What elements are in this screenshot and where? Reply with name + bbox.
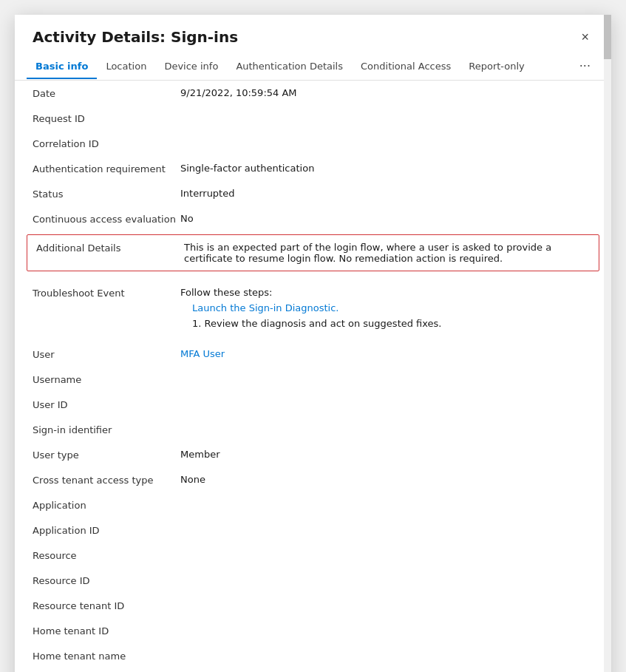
label-application-id: Application ID [33,524,180,536]
row-status: Status Interrupted [15,181,611,206]
label-request-id: Request ID [33,112,180,124]
row-resource-tenant-id: Resource tenant ID [15,593,611,618]
value-user[interactable]: MFA User [180,348,593,359]
label-resource: Resource [33,549,180,561]
label-auth-requirement: Authentication requirement [33,163,180,174]
troubleshoot-steps-title: Follow these steps: [180,287,593,298]
row-client-app: Client app [15,668,611,672]
value-additional-details: This is an expected part of the login fl… [184,242,590,264]
row-username: Username [15,367,611,392]
row-resource-id: Resource ID [15,568,611,593]
label-resource-tenant-id: Resource tenant ID [33,600,180,611]
label-resource-id: Resource ID [33,574,180,586]
spacer-2 [15,336,611,342]
label-user-type: User type [33,449,180,461]
row-cross-tenant-access: Cross tenant access type None [15,467,611,492]
row-continuous-access: Continuous access evaluation No [15,206,611,231]
tab-report-only[interactable]: Report-only [460,55,534,79]
label-home-tenant-id: Home tenant ID [33,625,180,637]
tab-device-info[interactable]: Device info [155,55,227,79]
value-auth-requirement: Single-factor authentication [180,163,593,174]
label-status: Status [33,188,180,200]
row-auth-requirement: Authentication requirement Single-factor… [15,156,611,181]
label-home-tenant-name: Home tenant name [33,650,180,662]
row-application: Application [15,492,611,517]
troubleshoot-step-1: 1. Review the diagnosis and act on sugge… [192,318,593,329]
scrollbar-track[interactable] [604,15,611,672]
tab-auth-details[interactable]: Authentication Details [227,55,352,79]
value-date: 9/21/2022, 10:59:54 AM [180,87,593,98]
row-signin-identifier: Sign-in identifier [15,417,611,442]
row-troubleshoot: Troubleshoot Event Follow these steps: L… [15,280,611,336]
dialog-header: Activity Details: Sign-ins × [15,15,611,53]
row-user-type: User type Member [15,442,611,467]
label-signin-identifier: Sign-in identifier [33,424,180,435]
launch-diagnostic-link[interactable]: Launch the Sign-in Diagnostic. [192,302,593,313]
dialog-title: Activity Details: Sign-ins [33,28,238,46]
label-troubleshoot: Troubleshoot Event [33,287,180,299]
label-additional-details: Additional Details [36,242,184,254]
row-request-id: Request ID [15,106,611,131]
label-date: Date [33,87,180,99]
row-user: User MFA User [15,342,611,367]
row-additional-details: Additional Details This is an expected p… [27,234,599,271]
row-correlation-id: Correlation ID [15,131,611,156]
content-area: Date 9/21/2022, 10:59:54 AM Request ID C… [15,81,611,672]
label-user-id: User ID [33,398,180,410]
activity-details-dialog: Activity Details: Sign-ins × Basic info … [15,15,611,672]
row-date: Date 9/21/2022, 10:59:54 AM [15,81,611,106]
row-user-id: User ID [15,392,611,417]
row-home-tenant-name: Home tenant name [15,643,611,668]
spacer-1 [15,274,611,280]
scrollbar-thumb[interactable] [604,15,611,59]
tab-basic-info[interactable]: Basic info [27,55,97,79]
value-continuous-access: No [180,213,593,224]
row-resource: Resource [15,543,611,568]
label-application: Application [33,499,180,511]
value-user-type: Member [180,449,593,460]
tab-conditional-access[interactable]: Conditional Access [352,55,460,79]
label-cross-tenant-access: Cross tenant access type [33,474,180,486]
row-application-id: Application ID [15,517,611,543]
troubleshoot-content: Follow these steps: Launch the Sign-in D… [180,287,593,329]
label-correlation-id: Correlation ID [33,138,180,149]
close-button[interactable]: × [576,29,593,45]
label-user: User [33,348,180,360]
value-cross-tenant-access: None [180,474,593,485]
tab-location[interactable]: Location [97,55,155,79]
label-username: Username [33,373,180,385]
value-status: Interrupted [180,188,593,199]
tabs-bar: Basic info Location Device info Authenti… [15,53,611,81]
label-continuous-access: Continuous access evaluation [33,213,180,225]
row-home-tenant-id: Home tenant ID [15,618,611,643]
tab-more-button[interactable]: ··· [571,53,599,81]
